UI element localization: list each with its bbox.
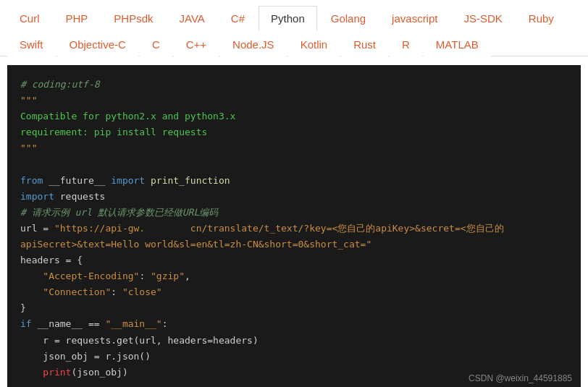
tab-phpsdk[interactable]: PHPsdk	[101, 6, 165, 31]
tabs-container: Curl PHP PHPsdk JAVA C# Python Golang ja…	[0, 0, 588, 56]
tabs-row1: Curl PHP PHPsdk JAVA C# Python Golang ja…	[7, 6, 581, 30]
code-block: # coding:utf-8 """ Compatible for python…	[20, 77, 568, 380]
code-container: # coding:utf-8 """ Compatible for python…	[7, 65, 581, 387]
tab-javascript[interactable]: javascript	[379, 6, 450, 31]
tab-cpp[interactable]: C++	[174, 32, 219, 56]
tab-r[interactable]: R	[390, 32, 422, 56]
tab-java[interactable]: JAVA	[167, 6, 217, 31]
watermark: CSDN @weixin_44591885	[469, 371, 572, 386]
tab-swift[interactable]: Swift	[7, 32, 56, 56]
tab-c[interactable]: C	[140, 32, 172, 56]
tab-csharp[interactable]: C#	[219, 6, 257, 31]
tab-nodejs[interactable]: Node.JS	[220, 32, 287, 56]
tab-rust[interactable]: Rust	[341, 32, 388, 56]
tab-golang[interactable]: Golang	[319, 6, 378, 31]
tab-curl[interactable]: Curl	[7, 6, 52, 31]
tab-matlab[interactable]: MATLAB	[424, 32, 491, 56]
tabs-row2: Swift Objective-C C C++ Node.JS Kotlin R…	[7, 32, 581, 56]
tab-ruby[interactable]: Ruby	[516, 6, 566, 31]
tab-php[interactable]: PHP	[54, 6, 101, 31]
tab-python[interactable]: Python	[259, 6, 317, 31]
tab-kotlin[interactable]: Kotlin	[288, 32, 340, 56]
tab-jssdk[interactable]: JS-SDK	[451, 6, 514, 31]
tab-objectivec[interactable]: Objective-C	[57, 32, 138, 56]
